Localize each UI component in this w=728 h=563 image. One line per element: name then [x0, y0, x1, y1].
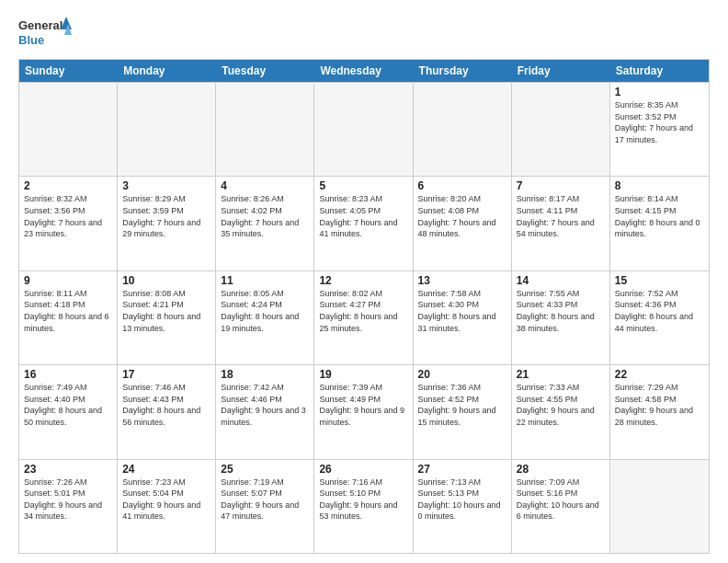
- day-cell: 27Sunrise: 7:13 AM Sunset: 5:13 PM Dayli…: [414, 460, 512, 553]
- day-header-tuesday: Tuesday: [216, 60, 314, 82]
- day-info: Sunrise: 7:39 AM Sunset: 4:49 PM Dayligh…: [319, 382, 407, 428]
- day-info: Sunrise: 8:32 AM Sunset: 3:56 PM Dayligh…: [24, 193, 112, 239]
- day-number: 15: [615, 274, 704, 287]
- day-cell: 15Sunrise: 7:52 AM Sunset: 4:36 PM Dayli…: [610, 271, 709, 364]
- day-cell: [118, 83, 216, 176]
- day-cell: 7Sunrise: 8:17 AM Sunset: 4:11 PM Daylig…: [512, 177, 610, 270]
- day-info: Sunrise: 8:17 AM Sunset: 4:11 PM Dayligh…: [517, 193, 605, 239]
- day-cell: 26Sunrise: 7:16 AM Sunset: 5:10 PM Dayli…: [314, 460, 413, 553]
- day-cell: 17Sunrise: 7:46 AM Sunset: 4:43 PM Dayli…: [118, 365, 216, 458]
- day-number: 19: [319, 368, 407, 381]
- day-cell: 4Sunrise: 8:26 AM Sunset: 4:02 PM Daylig…: [216, 177, 314, 270]
- day-cell: [610, 460, 709, 553]
- day-header-wednesday: Wednesday: [314, 60, 413, 82]
- day-cell: 11Sunrise: 8:05 AM Sunset: 4:24 PM Dayli…: [216, 271, 314, 364]
- svg-text:General: General: [18, 18, 63, 32]
- day-cell: 5Sunrise: 8:23 AM Sunset: 4:05 PM Daylig…: [314, 177, 413, 270]
- day-cell: 24Sunrise: 7:23 AM Sunset: 5:04 PM Dayli…: [118, 460, 216, 553]
- day-number: 13: [418, 274, 506, 287]
- weeks: 1Sunrise: 8:35 AM Sunset: 3:52 PM Daylig…: [19, 82, 709, 553]
- day-info: Sunrise: 8:14 AM Sunset: 4:15 PM Dayligh…: [615, 193, 704, 239]
- logo-svg: General Blue: [18, 15, 74, 50]
- day-cell: 2Sunrise: 8:32 AM Sunset: 3:56 PM Daylig…: [19, 177, 118, 270]
- day-info: Sunrise: 8:02 AM Sunset: 4:27 PM Dayligh…: [319, 288, 407, 334]
- calendar: SundayMondayTuesdayWednesdayThursdayFrid…: [18, 59, 710, 554]
- day-number: 7: [517, 179, 605, 192]
- day-info: Sunrise: 7:19 AM Sunset: 5:07 PM Dayligh…: [221, 477, 309, 523]
- day-cell: 6Sunrise: 8:20 AM Sunset: 4:08 PM Daylig…: [414, 177, 512, 270]
- day-cell: 21Sunrise: 7:33 AM Sunset: 4:55 PM Dayli…: [512, 365, 610, 458]
- day-info: Sunrise: 8:20 AM Sunset: 4:08 PM Dayligh…: [418, 193, 506, 239]
- day-info: Sunrise: 7:23 AM Sunset: 5:04 PM Dayligh…: [122, 477, 210, 523]
- day-info: Sunrise: 7:52 AM Sunset: 4:36 PM Dayligh…: [615, 288, 704, 334]
- day-info: Sunrise: 7:55 AM Sunset: 4:33 PM Dayligh…: [517, 288, 605, 334]
- day-number: 26: [319, 463, 407, 476]
- day-info: Sunrise: 7:33 AM Sunset: 4:55 PM Dayligh…: [517, 382, 605, 428]
- day-cell: 20Sunrise: 7:36 AM Sunset: 4:52 PM Dayli…: [414, 365, 512, 458]
- day-info: Sunrise: 8:23 AM Sunset: 4:05 PM Dayligh…: [319, 193, 407, 239]
- day-info: Sunrise: 8:11 AM Sunset: 4:18 PM Dayligh…: [24, 288, 112, 334]
- week-row-5: 23Sunrise: 7:26 AM Sunset: 5:01 PM Dayli…: [19, 459, 709, 553]
- logo: General Blue: [18, 15, 74, 50]
- day-header-monday: Monday: [118, 60, 216, 82]
- day-cell: 25Sunrise: 7:19 AM Sunset: 5:07 PM Dayli…: [216, 460, 314, 553]
- day-number: 3: [122, 179, 210, 192]
- header: General Blue: [18, 15, 710, 50]
- day-cell: [314, 83, 413, 176]
- week-row-3: 9Sunrise: 8:11 AM Sunset: 4:18 PM Daylig…: [19, 270, 709, 364]
- day-cell: 18Sunrise: 7:42 AM Sunset: 4:46 PM Dayli…: [216, 365, 314, 458]
- day-number: 8: [615, 179, 704, 192]
- day-number: 17: [122, 368, 210, 381]
- day-info: Sunrise: 8:08 AM Sunset: 4:21 PM Dayligh…: [122, 288, 210, 334]
- day-number: 28: [517, 463, 605, 476]
- day-info: Sunrise: 7:42 AM Sunset: 4:46 PM Dayligh…: [221, 382, 309, 428]
- day-cell: 16Sunrise: 7:49 AM Sunset: 4:40 PM Dayli…: [19, 365, 118, 458]
- day-number: 16: [24, 368, 112, 381]
- day-cell: 14Sunrise: 7:55 AM Sunset: 4:33 PM Dayli…: [512, 271, 610, 364]
- day-header-sunday: Sunday: [19, 60, 118, 82]
- day-info: Sunrise: 7:49 AM Sunset: 4:40 PM Dayligh…: [24, 382, 112, 428]
- day-cell: 19Sunrise: 7:39 AM Sunset: 4:49 PM Dayli…: [314, 365, 413, 458]
- day-number: 11: [221, 274, 309, 287]
- day-cell: 9Sunrise: 8:11 AM Sunset: 4:18 PM Daylig…: [19, 271, 118, 364]
- day-number: 6: [418, 179, 506, 192]
- day-number: 18: [221, 368, 309, 381]
- svg-text:Blue: Blue: [18, 33, 44, 47]
- day-cell: 3Sunrise: 8:29 AM Sunset: 3:59 PM Daylig…: [118, 177, 216, 270]
- day-info: Sunrise: 7:16 AM Sunset: 5:10 PM Dayligh…: [319, 477, 407, 523]
- week-row-4: 16Sunrise: 7:49 AM Sunset: 4:40 PM Dayli…: [19, 364, 709, 458]
- day-number: 1: [615, 86, 704, 98]
- day-headers: SundayMondayTuesdayWednesdayThursdayFrid…: [19, 60, 709, 82]
- day-info: Sunrise: 7:09 AM Sunset: 5:16 PM Dayligh…: [517, 477, 605, 523]
- day-cell: [414, 83, 512, 176]
- day-number: 10: [122, 274, 210, 287]
- day-info: Sunrise: 7:58 AM Sunset: 4:30 PM Dayligh…: [418, 288, 506, 334]
- day-number: 25: [221, 463, 309, 476]
- day-number: 22: [615, 368, 704, 381]
- day-cell: [19, 83, 118, 176]
- day-info: Sunrise: 8:26 AM Sunset: 4:02 PM Dayligh…: [221, 193, 309, 239]
- day-info: Sunrise: 8:29 AM Sunset: 3:59 PM Dayligh…: [122, 193, 210, 239]
- day-cell: 28Sunrise: 7:09 AM Sunset: 5:16 PM Dayli…: [512, 460, 610, 553]
- day-number: 14: [517, 274, 605, 287]
- day-cell: 22Sunrise: 7:29 AM Sunset: 4:58 PM Dayli…: [610, 365, 709, 458]
- day-info: Sunrise: 7:13 AM Sunset: 5:13 PM Dayligh…: [418, 477, 506, 523]
- day-cell: [512, 83, 610, 176]
- day-cell: 13Sunrise: 7:58 AM Sunset: 4:30 PM Dayli…: [414, 271, 512, 364]
- day-info: Sunrise: 8:05 AM Sunset: 4:24 PM Dayligh…: [221, 288, 309, 334]
- day-number: 21: [517, 368, 605, 381]
- day-number: 4: [221, 179, 309, 192]
- day-cell: 12Sunrise: 8:02 AM Sunset: 4:27 PM Dayli…: [314, 271, 413, 364]
- week-row-1: 1Sunrise: 8:35 AM Sunset: 3:52 PM Daylig…: [19, 82, 709, 176]
- day-number: 20: [418, 368, 506, 381]
- week-row-2: 2Sunrise: 8:32 AM Sunset: 3:56 PM Daylig…: [19, 176, 709, 270]
- day-info: Sunrise: 8:35 AM Sunset: 3:52 PM Dayligh…: [615, 99, 704, 145]
- day-cell: 10Sunrise: 8:08 AM Sunset: 4:21 PM Dayli…: [118, 271, 216, 364]
- day-cell: 8Sunrise: 8:14 AM Sunset: 4:15 PM Daylig…: [610, 177, 709, 270]
- day-header-friday: Friday: [512, 60, 610, 82]
- day-number: 12: [319, 274, 407, 287]
- day-cell: 23Sunrise: 7:26 AM Sunset: 5:01 PM Dayli…: [19, 460, 118, 553]
- day-number: 23: [24, 463, 112, 476]
- day-number: 5: [319, 179, 407, 192]
- day-number: 24: [122, 463, 210, 476]
